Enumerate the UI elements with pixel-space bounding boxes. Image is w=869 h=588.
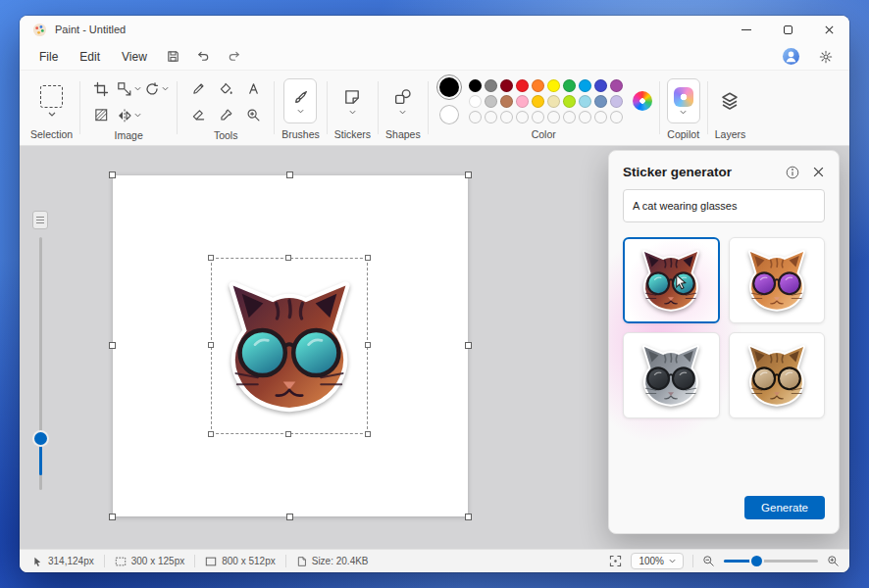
account-avatar[interactable] xyxy=(783,48,799,65)
color-picker-tool[interactable] xyxy=(219,108,233,122)
background-color-swatch[interactable] xyxy=(439,105,459,124)
canvas-sticker[interactable] xyxy=(218,265,361,427)
zoom-slider-thumb[interactable] xyxy=(34,432,47,445)
color-swatch[interactable] xyxy=(485,95,497,108)
color-swatch[interactable] xyxy=(610,79,623,92)
vertical-zoom-slider[interactable] xyxy=(31,211,50,501)
canvas-resize-handle[interactable] xyxy=(286,172,293,178)
color-swatch[interactable] xyxy=(516,95,529,108)
crop-button[interactable] xyxy=(93,81,109,97)
selection-handle[interactable] xyxy=(208,255,214,261)
group-stickers[interactable]: Stickers xyxy=(330,71,376,145)
settings-button[interactable] xyxy=(812,46,839,68)
custom-color-slot[interactable] xyxy=(469,111,482,123)
selection-handle[interactable] xyxy=(365,431,371,437)
undo-button[interactable] xyxy=(190,46,217,68)
canvas-resize-handle[interactable] xyxy=(109,172,116,178)
foreground-color-swatch[interactable] xyxy=(439,77,459,97)
selection-handle[interactable] xyxy=(285,431,291,437)
text-tool[interactable] xyxy=(246,81,261,96)
rotate-button[interactable] xyxy=(144,81,169,97)
color-swatch[interactable] xyxy=(563,79,576,92)
color-swatch[interactable] xyxy=(500,95,513,108)
selection-handle[interactable] xyxy=(208,431,214,437)
group-brushes[interactable]: Brushes xyxy=(277,71,325,145)
brushes-button[interactable] xyxy=(283,78,317,123)
selection-handle[interactable] xyxy=(208,342,214,348)
color-swatch[interactable] xyxy=(594,95,607,108)
color-swatch[interactable] xyxy=(500,79,513,92)
info-icon[interactable] xyxy=(786,166,799,179)
maximize-button[interactable] xyxy=(767,16,808,43)
selection-handle[interactable] xyxy=(365,342,371,348)
titlebar[interactable]: Paint - Untitled xyxy=(20,16,849,43)
group-layers[interactable]: Layers xyxy=(710,71,751,145)
status-divider xyxy=(104,555,105,567)
canvas-resize-handle[interactable] xyxy=(286,514,293,520)
color-swatch[interactable] xyxy=(469,79,482,92)
zoom-level-dropdown[interactable]: 100% xyxy=(631,553,684,569)
custom-color-slot[interactable] xyxy=(516,111,529,123)
transparency-button[interactable] xyxy=(94,108,109,122)
menu-file[interactable]: File xyxy=(29,47,68,67)
group-copilot[interactable]: Copilot xyxy=(662,71,705,145)
color-swatch[interactable] xyxy=(469,95,482,108)
color-swatch[interactable] xyxy=(532,79,544,92)
pencil-tool[interactable] xyxy=(191,81,206,96)
color-swatch[interactable] xyxy=(547,95,560,108)
custom-color-slot[interactable] xyxy=(532,111,544,123)
copilot-button[interactable] xyxy=(667,78,700,123)
color-swatch[interactable] xyxy=(579,79,591,92)
color-wheel-button[interactable] xyxy=(633,91,652,111)
zoom-slider-thumb[interactable] xyxy=(751,556,762,566)
color-swatch[interactable] xyxy=(547,79,560,92)
sticker-result-3[interactable] xyxy=(623,332,720,418)
close-button[interactable] xyxy=(808,16,849,43)
zoom-out-icon[interactable] xyxy=(702,555,715,567)
save-button[interactable] xyxy=(160,46,186,68)
canvas-resize-handle[interactable] xyxy=(465,342,472,349)
zoom-in-icon[interactable] xyxy=(827,555,840,567)
custom-color-slot[interactable] xyxy=(500,111,513,123)
redo-button[interactable] xyxy=(221,46,247,68)
canvas-resize-handle[interactable] xyxy=(109,342,116,349)
color-swatch[interactable] xyxy=(594,79,607,92)
custom-color-slot[interactable] xyxy=(547,111,560,123)
color-swatch[interactable] xyxy=(532,95,544,108)
sticker-result-4[interactable] xyxy=(729,332,826,418)
zoom-slider-horizontal[interactable] xyxy=(724,555,818,567)
fill-tool[interactable] xyxy=(219,81,233,96)
magnifier-tool[interactable] xyxy=(246,108,261,122)
minimize-button[interactable] xyxy=(726,16,767,43)
panel-close-icon[interactable] xyxy=(812,166,825,178)
flip-button[interactable] xyxy=(117,108,141,123)
color-swatch[interactable] xyxy=(516,79,529,92)
color-swatch[interactable] xyxy=(610,95,623,108)
group-shapes[interactable]: Shapes xyxy=(381,71,426,145)
custom-color-slot[interactable] xyxy=(563,111,576,123)
group-selection[interactable]: Selection xyxy=(26,71,77,145)
custom-color-slot[interactable] xyxy=(485,111,497,123)
color-swatch[interactable] xyxy=(563,95,576,108)
selection-handle[interactable] xyxy=(365,255,371,261)
canvas-resize-handle[interactable] xyxy=(465,514,472,520)
custom-color-slot[interactable] xyxy=(579,111,591,123)
menu-view[interactable]: View xyxy=(112,47,157,67)
custom-color-slot[interactable] xyxy=(594,111,607,123)
menu-edit[interactable]: Edit xyxy=(70,47,110,67)
selection-handle[interactable] xyxy=(285,255,291,261)
canvas-resize-handle[interactable] xyxy=(465,172,472,178)
chevron-down-icon xyxy=(349,110,356,115)
fit-to-screen-icon[interactable] xyxy=(609,555,622,567)
sticker-result-1[interactable] xyxy=(623,237,720,323)
sticker-result-2[interactable] xyxy=(729,237,826,323)
custom-color-slot[interactable] xyxy=(610,111,623,123)
prompt-input[interactable] xyxy=(623,189,825,222)
canvas-resize-handle[interactable] xyxy=(109,514,116,520)
eraser-tool[interactable] xyxy=(191,108,206,122)
color-swatch[interactable] xyxy=(579,95,591,108)
sticker-selection-marquee[interactable] xyxy=(211,258,368,434)
generate-button[interactable]: Generate xyxy=(744,496,825,519)
resize-button[interactable] xyxy=(117,81,141,97)
color-swatch[interactable] xyxy=(485,79,497,92)
